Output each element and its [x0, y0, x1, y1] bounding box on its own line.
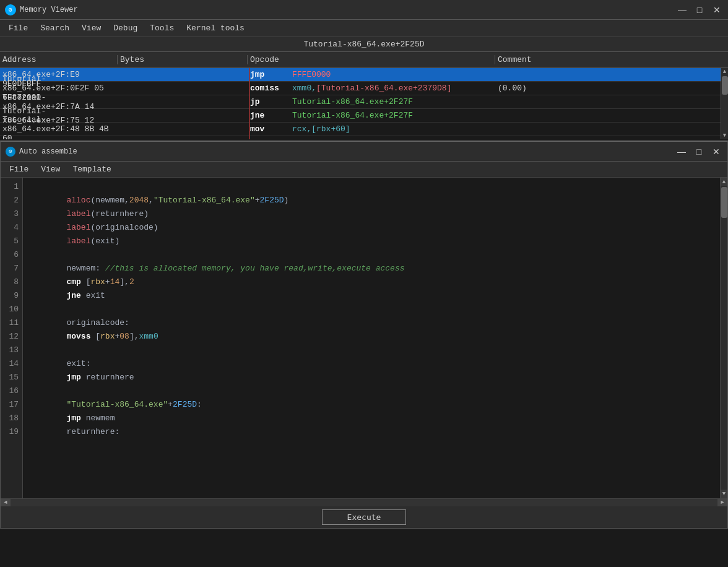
row-address: Tutorial-x86_64.exe+2F:48 8B 4B 60 — [0, 115, 118, 139]
code-line: newmem: //this is allocated memory, you … — [28, 248, 715, 262]
line-numbers: 12345 678910 1112131415 16171819 — [1, 178, 23, 498]
execute-button[interactable]: Execute — [322, 509, 407, 525]
row-opcode: mov rcx,[rbx+60] — [248, 124, 495, 134]
code-line: alloc(newmem,2048,"Tutorial-x86_64.exe"+… — [28, 180, 715, 194]
code-line: originalcode: — [28, 303, 715, 316]
code-editor[interactable]: 12345 678910 1112131415 16171819 alloc(n… — [1, 178, 727, 498]
window-title: Memory Viewer — [20, 6, 676, 14]
scroll-up-arrow[interactable]: ▲ — [721, 68, 728, 76]
op-mnemonic: jne — [250, 111, 287, 120]
code-line — [28, 289, 715, 303]
aa-minimize-button[interactable]: — — [675, 145, 688, 158]
table-row[interactable]: Tutorial-x86_64.exe+2F:48 8B 4B 60 mov r… — [0, 123, 728, 136]
auto-assemble-window: ⚙ Auto assemble — □ ✕ File View Template… — [0, 141, 728, 529]
aa-menu-view[interactable]: View — [35, 162, 66, 176]
aa-maximize-button[interactable]: □ — [693, 145, 705, 158]
col-header-bytes: Bytes — [118, 55, 248, 64]
close-button[interactable]: ✕ — [711, 4, 723, 16]
menu-view[interactable]: View — [76, 21, 107, 35]
auto-assemble-title: Auto assemble — [19, 147, 675, 156]
scroll-right-arrow[interactable]: ► — [717, 499, 727, 506]
execute-bar: Execute — [1, 506, 727, 528]
menu-kernel-tools[interactable]: Kernel tools — [180, 21, 251, 35]
memory-scrollbar-v[interactable]: ▲ ▼ — [721, 68, 728, 139]
aa-menu-template[interactable]: Template — [66, 162, 117, 176]
table-header: Address Bytes Opcode Comment — [0, 52, 728, 68]
maximize-button[interactable]: □ — [693, 4, 706, 16]
memory-viewer-titlebar: ⚙ Memory Viewer — □ ✕ — [0, 0, 728, 20]
auto-assemble-titlebar: ⚙ Auto assemble — □ ✕ — [1, 142, 727, 162]
code-line — [28, 235, 715, 248]
divider — [249, 68, 250, 139]
code-line: returnhere: — [28, 412, 715, 425]
aa-window-controls: — □ ✕ — [675, 145, 722, 158]
code-line — [28, 425, 715, 439]
app-icon: ⚙ — [5, 4, 16, 15]
op-operand: FFFE0000 — [292, 70, 331, 79]
code-line: "Tutorial-x86_64.exe"+2F25D: — [28, 384, 715, 398]
op-operand: rcx,[rbx+60] — [292, 124, 350, 134]
row-opcode: jp Tutorial-x86_64.exe+2F27F — [248, 97, 495, 106]
col-header-comment: Comment — [495, 55, 728, 64]
op-operand: Tutorial-x86_64.exe+2F27F — [292, 97, 413, 106]
scrollbar-thumb[interactable] — [721, 187, 727, 218]
memory-table-rows: Tutorial-x86_64.exe+2F:E9 9E0DFBFF jmp F… — [0, 68, 728, 136]
menu-debug[interactable]: Debug — [107, 21, 144, 35]
col-header-opcode: Opcode — [248, 55, 495, 64]
scroll-up-arrow[interactable]: ▲ — [721, 178, 727, 186]
aa-close-button[interactable]: ✕ — [710, 145, 722, 158]
col-header-address: Address — [0, 55, 118, 64]
code-line: jmp returnhere — [28, 357, 715, 371]
op-mnemonic: jp — [250, 97, 287, 106]
window-controls: — □ ✕ — [676, 4, 723, 16]
auto-assemble-icon: ⚙ — [6, 147, 15, 157]
op-operand: xmm0,[Tutorial-x86_64.exe+2379D8] — [292, 84, 451, 93]
horizontal-scrollbar[interactable]: ◄ ► — [1, 498, 727, 506]
code-content[interactable]: alloc(newmem,2048,"Tutorial-x86_64.exe"+… — [23, 178, 720, 498]
row-opcode: jmp FFFE0000 — [248, 70, 495, 79]
row-opcode: comiss xmm0,[Tutorial-x86_64.exe+2379D8] — [248, 84, 495, 93]
scrollbar-thumb[interactable] — [722, 76, 728, 95]
code-line: movss [rbx+08],xmm0 — [28, 316, 715, 330]
op-mnemonic: jmp — [250, 70, 287, 79]
scroll-down-arrow[interactable]: ▼ — [721, 132, 728, 139]
menu-search[interactable]: Search — [34, 21, 76, 35]
minimize-button[interactable]: — — [676, 4, 688, 16]
op-mnemonic: comiss — [250, 84, 287, 93]
op-operand: Tutorial-x86_64.exe+2F27F — [292, 111, 413, 120]
scroll-left-arrow[interactable]: ◄ — [1, 499, 11, 506]
row-comment: (0.00) — [495, 84, 728, 93]
menu-tools[interactable]: Tools — [144, 21, 180, 35]
memory-viewer-menubar: File Search View Debug Tools Kernel tool… — [0, 20, 728, 37]
scroll-down-arrow[interactable]: ▼ — [721, 490, 727, 498]
memory-table-area: Tutorial-x86_64.exe+2F:E9 9E0DFBFF jmp F… — [0, 68, 728, 139]
address-title: Tutorial-x86_64.exe+2F25D — [0, 37, 728, 52]
editor-scrollbar-v[interactable]: ▲ ▼ — [720, 178, 727, 498]
scroll-track[interactable] — [11, 499, 717, 506]
row-opcode: jne Tutorial-x86_64.exe+2F27F — [248, 111, 495, 120]
menu-file[interactable]: File — [2, 21, 34, 35]
auto-assemble-menubar: File View Template — [1, 162, 727, 178]
aa-menu-file[interactable]: File — [3, 162, 35, 176]
code-line: exit: — [28, 344, 715, 357]
op-mnemonic: mov — [250, 124, 287, 134]
